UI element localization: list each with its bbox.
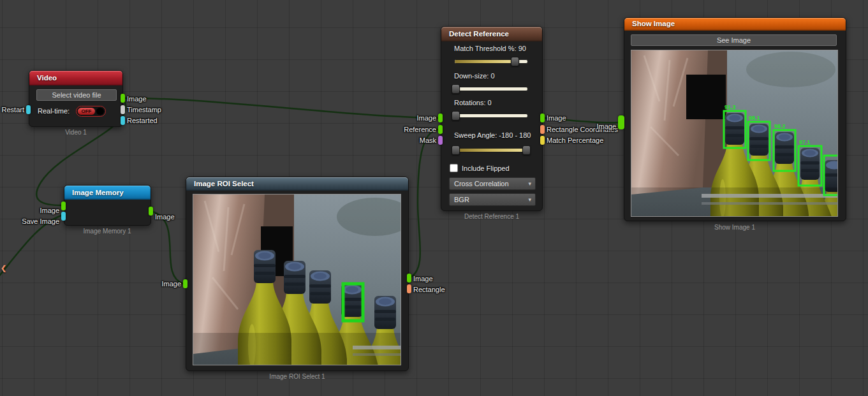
svg-text:97.1: 97.1: [799, 139, 811, 145]
port-label-roi-image-out: Image: [413, 275, 433, 283]
port-detect-image-out[interactable]: [540, 114, 545, 122]
node-image-memory-title: Image Memory: [72, 189, 124, 196]
port-memory-image-out[interactable]: [149, 207, 153, 216]
port-show-image-in[interactable]: [618, 115, 624, 129]
node-detect-header[interactable]: Detect Reference: [441, 27, 542, 41]
node-show-image[interactable]: Show Image See Image: [624, 17, 846, 221]
port-label-video-restarted: Restarted: [127, 117, 158, 125]
match-threshold-slider[interactable]: [454, 57, 528, 66]
select-video-file-button[interactable]: Select video file: [36, 89, 117, 101]
sweep-angle-label: Sweep Angle: -180 - 180: [454, 131, 531, 139]
port-label-detect-image-out: Image: [547, 114, 566, 122]
port-video-image-out[interactable]: [121, 94, 125, 103]
port-detect-image-in[interactable]: [438, 114, 443, 122]
port-label-memory-image-out: Image: [155, 213, 175, 221]
realtime-toggle-state: OFF: [78, 108, 95, 115]
port-detect-reference-in[interactable]: [438, 125, 443, 134]
node-show-title: Show Image: [632, 20, 675, 27]
port-label-show-image-in: Image: [596, 122, 616, 131]
port-memory-image-in[interactable]: [61, 202, 66, 210]
colorspace-dropdown[interactable]: BGR ▾: [449, 193, 536, 206]
port-detect-mask-in[interactable]: [438, 136, 443, 145]
node-video-caption: Video 1: [65, 129, 87, 136]
port-roi-image-out[interactable]: [407, 274, 411, 282]
downsize-handle[interactable]: [452, 84, 460, 94]
port-memory-save-in[interactable]: [61, 212, 66, 221]
realtime-toggle-knob: [96, 108, 104, 115]
sweep-angle-track[interactable]: [454, 148, 528, 152]
realtime-label: Real-time:: [38, 107, 70, 115]
port-video-restart-in[interactable]: [26, 105, 31, 114]
rotations-label: Rotations: 0: [454, 99, 492, 106]
port-label-memory-save: Save Image: [22, 217, 59, 226]
node-show-caption: Show Image 1: [714, 224, 755, 231]
see-image-button[interactable]: See Image: [631, 34, 837, 46]
port-roi-rectangle-out[interactable]: [407, 284, 411, 293]
rotations-track[interactable]: [454, 114, 528, 118]
roi-preview-image[interactable]: [193, 194, 401, 365]
node-video-title: Video: [37, 74, 57, 82]
downsize-slider[interactable]: [454, 84, 528, 94]
edge-memory-image-to-roi-image: [151, 211, 183, 284]
node-roi-caption: Image ROI Select 1: [269, 373, 325, 380]
show-image-preview: 91.3 98.1 98.2 97.1: [631, 50, 838, 217]
port-video-restarted-out[interactable]: [121, 116, 125, 125]
port-label-video-image: Image: [127, 95, 147, 103]
port-label-restart: Restart: [2, 106, 24, 114]
edge-video-image-to-detect-image: [123, 98, 438, 118]
rotations-handle[interactable]: [452, 111, 460, 121]
sweep-angle-max-handle[interactable]: [522, 145, 531, 155]
node-video-header[interactable]: Video: [29, 71, 122, 85]
node-video[interactable]: Video Select video file Real-time: OFF: [29, 70, 123, 127]
port-label-detect-reference-in: Reference: [404, 126, 436, 134]
port-label-roi-rectangle-out: Rectangle: [413, 286, 445, 294]
port-label-detect-image-in: Image: [416, 114, 436, 122]
rotations-slider[interactable]: [454, 111, 528, 121]
roi-scene: [193, 194, 401, 365]
svg-text:98.2: 98.2: [774, 123, 786, 129]
chevron-down-icon: ▾: [528, 178, 531, 189]
svg-text:98.1: 98.1: [749, 115, 760, 121]
include-flipped-label: Include Flipped: [462, 165, 510, 172]
sweep-angle-slider[interactable]: [454, 145, 528, 155]
match-method-value: Cross Correlation: [454, 180, 509, 187]
svg-text:91.3: 91.3: [725, 104, 736, 110]
port-detect-matchpct-out[interactable]: [540, 136, 545, 145]
node-editor-canvas[interactable]: ❮ Video Select video file Real-time: OFF…: [0, 0, 868, 396]
node-show-header[interactable]: Show Image: [624, 18, 846, 31]
include-flipped-checkbox[interactable]: [450, 164, 458, 172]
sweep-angle-min-handle[interactable]: [452, 145, 460, 155]
offscreen-connection-marker: ❮: [1, 264, 6, 272]
node-roi-select[interactable]: Image ROI Select: [186, 177, 409, 371]
node-roi-title: Image ROI Select: [194, 180, 254, 187]
port-label-detect-mask-in: Mask: [420, 136, 436, 145]
node-image-memory[interactable]: Image Memory: [64, 185, 151, 226]
chevron-down-icon: ▾: [528, 194, 531, 205]
edge-roi-image-to-detect-reference: [409, 129, 438, 278]
downsize-track[interactable]: [454, 87, 528, 91]
port-label-memory-image-in: Image: [40, 207, 59, 215]
port-label-video-timestamp: Timestamp: [127, 106, 161, 114]
node-image-memory-header[interactable]: Image Memory: [64, 186, 151, 200]
port-roi-image-in[interactable]: [183, 279, 188, 288]
edge-offscreen-to-memory-save: [0, 216, 61, 284]
show-image-scene: 91.3 98.1 98.2 97.1: [631, 50, 837, 216]
node-detect-caption: Detect Reference 1: [464, 213, 519, 220]
port-video-timestamp-out[interactable]: [121, 105, 125, 114]
match-method-dropdown[interactable]: Cross Correlation ▾: [449, 177, 536, 190]
realtime-toggle[interactable]: OFF: [76, 106, 106, 117]
colorspace-value: BGR: [454, 196, 469, 203]
node-image-memory-caption: Image Memory 1: [83, 228, 131, 235]
node-roi-header[interactable]: Image ROI Select: [186, 177, 408, 191]
port-detect-rectcoords-out[interactable]: [540, 125, 545, 134]
downsize-label: Down-size: 0: [454, 72, 495, 80]
port-label-roi-image-in: Image: [161, 280, 181, 288]
port-label-detect-matchpct-out: Match Percentage: [547, 136, 603, 145]
match-threshold-label: Match Threshold %: 90: [454, 45, 526, 52]
node-detect-title: Detect Reference: [449, 30, 509, 38]
match-threshold-handle[interactable]: [511, 57, 519, 66]
node-detect-reference[interactable]: Detect Reference Match Threshold %: 90 D…: [441, 26, 543, 211]
